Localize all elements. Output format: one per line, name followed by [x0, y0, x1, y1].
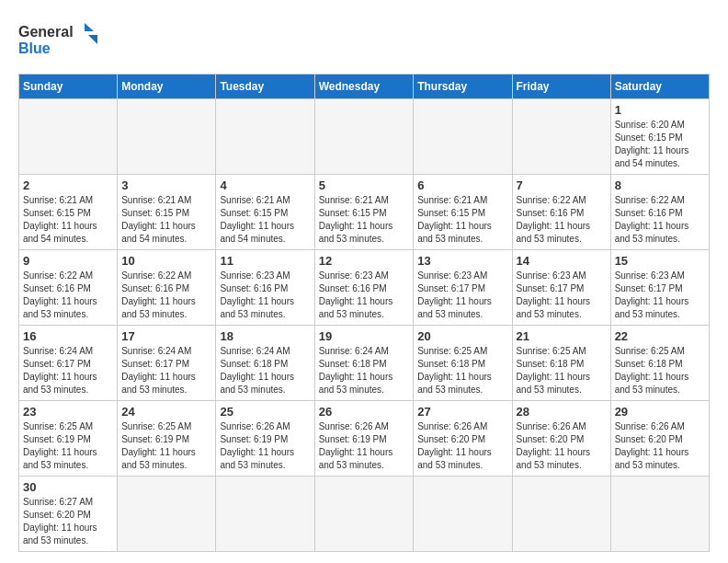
calendar-cell: [19, 99, 118, 175]
calendar-week-5: 23Sunrise: 6:25 AMSunset: 6:19 PMDayligh…: [19, 401, 710, 477]
day-number: 6: [417, 178, 507, 192]
day-info: Sunrise: 6:23 AMSunset: 6:16 PMDaylight:…: [220, 270, 310, 321]
day-info: Sunrise: 6:25 AMSunset: 6:18 PMDaylight:…: [417, 345, 507, 396]
calendar-cell: 29Sunrise: 6:26 AMSunset: 6:20 PMDayligh…: [610, 401, 709, 477]
calendar-cell: 12Sunrise: 6:23 AMSunset: 6:16 PMDayligh…: [314, 250, 414, 326]
day-number: 13: [417, 254, 507, 268]
day-info: Sunrise: 6:25 AMSunset: 6:19 PMDaylight:…: [121, 420, 211, 472]
day-number: 26: [319, 405, 410, 419]
day-number: 10: [121, 254, 211, 268]
day-number: 9: [23, 254, 113, 268]
calendar-cell: [216, 99, 314, 175]
day-number: 17: [121, 329, 211, 343]
weekday-header-wednesday: Wednesday: [314, 75, 414, 99]
day-number: 25: [220, 405, 310, 419]
day-number: 19: [319, 329, 410, 343]
day-number: 30: [23, 480, 113, 494]
day-info: Sunrise: 6:20 AMSunset: 6:15 PMDaylight:…: [615, 119, 705, 170]
day-info: Sunrise: 6:25 AMSunset: 6:18 PMDaylight:…: [615, 345, 705, 396]
day-info: Sunrise: 6:24 AMSunset: 6:18 PMDaylight:…: [319, 345, 410, 396]
day-info: Sunrise: 6:22 AMSunset: 6:16 PMDaylight:…: [23, 270, 113, 321]
day-number: 29: [615, 405, 705, 419]
weekday-header-saturday: Saturday: [610, 75, 709, 99]
day-info: Sunrise: 6:22 AMSunset: 6:16 PMDaylight:…: [615, 194, 705, 246]
calendar-cell: [216, 477, 314, 552]
svg-text:Blue: Blue: [18, 40, 51, 56]
calendar-cell: 20Sunrise: 6:25 AMSunset: 6:18 PMDayligh…: [414, 326, 512, 401]
calendar-cell: 1Sunrise: 6:20 AMSunset: 6:15 PMDaylight…: [610, 99, 709, 175]
calendar-cell: 18Sunrise: 6:24 AMSunset: 6:18 PMDayligh…: [216, 326, 314, 401]
calendar-cell: 19Sunrise: 6:24 AMSunset: 6:18 PMDayligh…: [314, 326, 414, 401]
svg-marker-3: [88, 35, 97, 44]
calendar-cell: [314, 99, 414, 175]
day-info: Sunrise: 6:22 AMSunset: 6:16 PMDaylight:…: [121, 270, 211, 321]
day-number: 5: [319, 178, 410, 192]
calendar-cell: 27Sunrise: 6:26 AMSunset: 6:20 PMDayligh…: [414, 401, 512, 477]
calendar-cell: [512, 99, 610, 175]
day-info: Sunrise: 6:21 AMSunset: 6:15 PMDaylight:…: [319, 194, 410, 246]
day-info: Sunrise: 6:21 AMSunset: 6:15 PMDaylight:…: [220, 194, 310, 246]
day-info: Sunrise: 6:25 AMSunset: 6:18 PMDaylight:…: [517, 345, 607, 396]
svg-marker-2: [85, 23, 94, 31]
calendar-cell: 24Sunrise: 6:25 AMSunset: 6:19 PMDayligh…: [118, 401, 216, 477]
day-number: 11: [220, 254, 310, 268]
calendar-cell: 22Sunrise: 6:25 AMSunset: 6:18 PMDayligh…: [610, 326, 709, 401]
day-number: 24: [121, 405, 211, 419]
calendar-cell: 28Sunrise: 6:26 AMSunset: 6:20 PMDayligh…: [512, 401, 610, 477]
calendar-table: SundayMondayTuesdayWednesdayThursdayFrid…: [18, 74, 710, 552]
calendar-header-row: SundayMondayTuesdayWednesdayThursdayFrid…: [19, 75, 710, 99]
calendar-cell: 10Sunrise: 6:22 AMSunset: 6:16 PMDayligh…: [118, 250, 216, 326]
calendar-cell: 4Sunrise: 6:21 AMSunset: 6:15 PMDaylight…: [216, 175, 314, 250]
day-info: Sunrise: 6:26 AMSunset: 6:20 PMDaylight:…: [417, 420, 507, 472]
calendar-cell: 9Sunrise: 6:22 AMSunset: 6:16 PMDaylight…: [19, 250, 118, 326]
calendar-cell: 16Sunrise: 6:24 AMSunset: 6:17 PMDayligh…: [19, 326, 118, 401]
calendar-cell: 5Sunrise: 6:21 AMSunset: 6:15 PMDaylight…: [314, 175, 414, 250]
calendar-cell: [610, 477, 709, 552]
calendar-cell: 8Sunrise: 6:22 AMSunset: 6:16 PMDaylight…: [610, 175, 709, 250]
day-info: Sunrise: 6:24 AMSunset: 6:17 PMDaylight:…: [121, 345, 211, 396]
day-number: 18: [220, 329, 310, 343]
calendar-cell: [414, 477, 512, 552]
calendar-cell: 6Sunrise: 6:21 AMSunset: 6:15 PMDaylight…: [414, 175, 512, 250]
day-number: 23: [23, 405, 113, 419]
calendar-cell: 21Sunrise: 6:25 AMSunset: 6:18 PMDayligh…: [512, 326, 610, 401]
calendar-cell: 13Sunrise: 6:23 AMSunset: 6:17 PMDayligh…: [414, 250, 512, 326]
day-info: Sunrise: 6:23 AMSunset: 6:17 PMDaylight:…: [615, 270, 705, 321]
day-number: 21: [517, 329, 607, 343]
day-number: 2: [23, 178, 113, 192]
calendar-cell: 2Sunrise: 6:21 AMSunset: 6:15 PMDaylight…: [19, 175, 118, 250]
logo: GeneralBlue: [18, 18, 110, 59]
calendar-cell: [512, 477, 610, 552]
page-header: GeneralBlue: [18, 18, 710, 59]
calendar-cell: 23Sunrise: 6:25 AMSunset: 6:19 PMDayligh…: [19, 401, 118, 477]
day-info: Sunrise: 6:23 AMSunset: 6:16 PMDaylight:…: [319, 270, 410, 321]
calendar-cell: 17Sunrise: 6:24 AMSunset: 6:17 PMDayligh…: [118, 326, 216, 401]
calendar-cell: 30Sunrise: 6:27 AMSunset: 6:20 PMDayligh…: [19, 477, 118, 552]
day-info: Sunrise: 6:26 AMSunset: 6:19 PMDaylight:…: [220, 420, 310, 472]
calendar-cell: 14Sunrise: 6:23 AMSunset: 6:17 PMDayligh…: [512, 250, 610, 326]
day-info: Sunrise: 6:26 AMSunset: 6:19 PMDaylight:…: [319, 420, 410, 472]
day-number: 20: [417, 329, 507, 343]
day-info: Sunrise: 6:25 AMSunset: 6:19 PMDaylight:…: [23, 420, 113, 472]
day-number: 15: [615, 254, 705, 268]
day-number: 12: [319, 254, 410, 268]
day-info: Sunrise: 6:21 AMSunset: 6:15 PMDaylight:…: [417, 194, 507, 246]
weekday-header-friday: Friday: [512, 75, 610, 99]
day-info: Sunrise: 6:23 AMSunset: 6:17 PMDaylight:…: [417, 270, 507, 321]
calendar-week-4: 16Sunrise: 6:24 AMSunset: 6:17 PMDayligh…: [19, 326, 710, 401]
calendar-cell: [118, 477, 216, 552]
day-number: 28: [517, 405, 607, 419]
day-number: 8: [615, 178, 705, 192]
calendar-cell: 3Sunrise: 6:21 AMSunset: 6:15 PMDaylight…: [118, 175, 216, 250]
calendar-cell: [118, 99, 216, 175]
day-info: Sunrise: 6:21 AMSunset: 6:15 PMDaylight:…: [23, 194, 113, 246]
calendar-week-2: 2Sunrise: 6:21 AMSunset: 6:15 PMDaylight…: [19, 175, 710, 250]
calendar-cell: [414, 99, 512, 175]
day-number: 27: [417, 405, 507, 419]
calendar-cell: 7Sunrise: 6:22 AMSunset: 6:16 PMDaylight…: [512, 175, 610, 250]
day-number: 16: [23, 329, 113, 343]
calendar-cell: 11Sunrise: 6:23 AMSunset: 6:16 PMDayligh…: [216, 250, 314, 326]
calendar-cell: 25Sunrise: 6:26 AMSunset: 6:19 PMDayligh…: [216, 401, 314, 477]
day-number: 3: [121, 178, 211, 192]
day-info: Sunrise: 6:23 AMSunset: 6:17 PMDaylight:…: [517, 270, 607, 321]
